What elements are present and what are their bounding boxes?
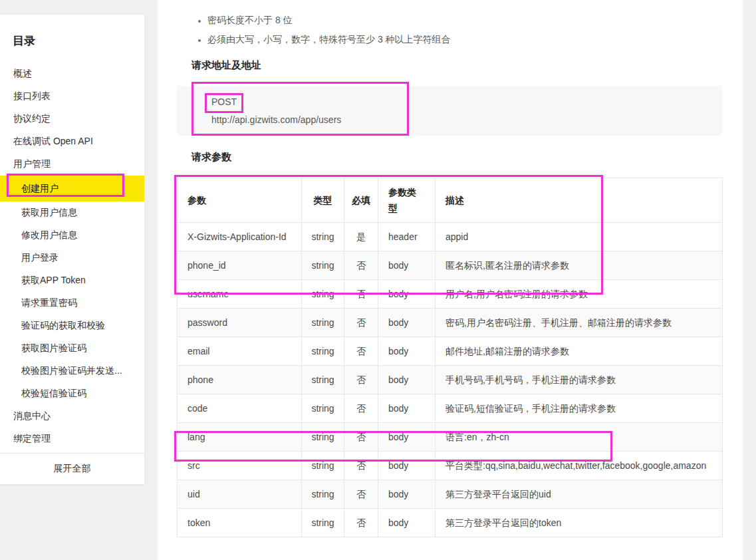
sidebar-item-label: 用户管理 xyxy=(13,158,51,170)
sidebar-item-label: 在线调试 Open API xyxy=(13,136,93,148)
table-row: phonestring否body手机号码,手机号码，手机注册的请求参数 xyxy=(178,366,723,394)
param-type-cell: string xyxy=(302,251,344,280)
param-name-cell: token xyxy=(178,509,302,537)
param-type-cell: string xyxy=(302,337,344,366)
param-location-cell: body xyxy=(378,337,436,366)
param-name-cell: phone xyxy=(178,366,302,394)
sidebar-item-label: 校验图片验证码并发送... xyxy=(21,365,122,377)
param-name-cell: email xyxy=(178,337,302,366)
param-name-cell: uid xyxy=(178,480,302,509)
sidebar-item-label: 修改用户信息 xyxy=(21,229,77,241)
table-row: codestring否body验证码,短信验证码，手机注册的请求参数 xyxy=(178,394,723,423)
param-required-cell: 否 xyxy=(344,394,378,423)
param-name-cell: username xyxy=(178,280,302,309)
param-required-cell: 否 xyxy=(344,452,378,480)
sidebar-item[interactable]: 用户管理 xyxy=(0,153,144,176)
sidebar-nav: 概述接口列表协议约定在线调试 Open API用户管理创建用户获取用户信息修改用… xyxy=(0,63,144,450)
table-row: uidstring否body第三方登录平台返回的uid xyxy=(178,480,723,509)
param-name-cell: password xyxy=(178,309,302,337)
sidebar-item[interactable]: 校验短信验证码 xyxy=(0,382,144,405)
param-desc-cell: 验证码,短信验证码，手机注册的请求参数 xyxy=(436,394,723,423)
param-required-cell: 否 xyxy=(344,251,378,280)
sidebar-item[interactable]: 接口列表 xyxy=(0,85,144,108)
sidebar-item[interactable]: 用户登录 xyxy=(0,247,144,269)
param-name-cell: code xyxy=(178,394,302,423)
password-rule-item: 必须由大写，小写，数字，特殊符号至少 3 种以上字符组合 xyxy=(207,30,722,49)
param-desc-cell: 密码,用户名密码注册、手机注册、邮箱注册的请求参数 xyxy=(436,309,723,337)
param-desc-cell: 邮件地址,邮箱注册的请求参数 xyxy=(436,337,723,366)
sidebar-item[interactable]: 获取图片验证码 xyxy=(0,337,144,360)
sidebar-item[interactable]: 在线调试 Open API xyxy=(0,130,144,153)
param-desc-cell: 手机号码,手机号码，手机注册的请求参数 xyxy=(436,366,723,394)
request-params-heading: 请求参数 xyxy=(191,150,722,163)
sidebar-item-label: 获取图片验证码 xyxy=(21,343,86,354)
param-location-cell: body xyxy=(378,251,436,280)
sidebar-item-label: 用户登录 xyxy=(21,252,59,264)
sidebar-item[interactable]: 绑定管理 xyxy=(0,428,144,450)
param-required-cell: 否 xyxy=(344,337,378,366)
sidebar-item[interactable]: 修改用户信息 xyxy=(0,224,144,247)
param-type-cell: string xyxy=(302,480,344,509)
param-desc-cell: 第三方登录平台返回的token xyxy=(436,509,723,537)
param-type-cell: string xyxy=(302,366,344,394)
param-location-cell: body xyxy=(378,423,436,452)
param-desc-cell: 匿名标识,匿名注册的请求参数 xyxy=(436,251,723,280)
param-name-cell: src xyxy=(178,452,302,480)
sidebar-item-active[interactable]: 创建用户 xyxy=(0,176,144,202)
param-location-cell: body xyxy=(378,452,436,480)
request-url-block: POST http://api.gizwits.com/app/users xyxy=(177,86,722,136)
params-table-body: X-Gizwits-Application-Idstring是headerapp… xyxy=(178,223,723,537)
params-table-header-cell: 必填 xyxy=(344,178,378,223)
sidebar-item[interactable]: 概述 xyxy=(0,63,144,85)
params-table: 参数类型必填参数类型描述 X-Gizwits-Application-Idstr… xyxy=(177,178,723,537)
sidebar-item-label: 协议约定 xyxy=(13,113,51,125)
sidebar-item[interactable]: 验证码的获取和校验 xyxy=(0,315,144,337)
param-type-cell: string xyxy=(302,394,344,423)
sidebar-item[interactable]: 获取用户信息 xyxy=(0,202,144,224)
param-location-cell: body xyxy=(378,480,436,509)
request-url-text: http://api.gizwits.com/app/users xyxy=(211,111,722,129)
sidebar-item[interactable]: 请求重置密码 xyxy=(0,292,144,315)
doc-content-panel: 密码长度不小于 8 位必须由大写，小写，数字，特殊符号至少 3 种以上字符组合 … xyxy=(158,0,743,560)
request-url-heading: 请求地址及地址 xyxy=(191,59,722,71)
sidebar-item[interactable]: 获取APP Token xyxy=(0,269,144,292)
param-location-cell: body xyxy=(378,509,436,537)
sidebar-item[interactable]: 校验图片验证码并发送... xyxy=(0,360,144,382)
sidebar-item[interactable]: 消息中心 xyxy=(0,405,144,428)
param-required-cell: 否 xyxy=(344,280,378,309)
param-desc-cell: 第三方登录平台返回的uid xyxy=(436,480,723,509)
param-desc-cell: 用户名,用户名密码注册的请求参数 xyxy=(436,280,723,309)
param-name-cell: lang xyxy=(178,423,302,452)
table-row: langstring否body语言:en，zh-cn xyxy=(178,423,723,452)
sidebar-item-label: 请求重置密码 xyxy=(21,297,77,309)
param-type-cell: string xyxy=(302,280,344,309)
table-row: emailstring否body邮件地址,邮箱注册的请求参数 xyxy=(178,337,723,366)
table-row: phone_idstring否body匿名标识,匿名注册的请求参数 xyxy=(178,251,723,280)
sidebar-item-label: 校验短信验证码 xyxy=(21,388,86,400)
params-table-header-cell: 描述 xyxy=(436,178,723,223)
sidebar-item[interactable]: 协议约定 xyxy=(0,108,144,130)
param-location-cell: body xyxy=(378,309,436,337)
sidebar-item-label: 绑定管理 xyxy=(13,433,51,445)
params-table-header-cell: 参数 xyxy=(178,178,302,223)
params-table-header-row: 参数类型必填参数类型描述 xyxy=(178,178,723,223)
sidebar-item-label: 概述 xyxy=(13,68,32,80)
param-desc-cell: 平台类型:qq,sina,baidu,wechat,twitter,facebo… xyxy=(436,452,723,480)
param-required-cell: 否 xyxy=(344,509,378,537)
sidebar-item-label: 创建用户 xyxy=(21,183,59,195)
table-row: X-Gizwits-Application-Idstring是headerapp… xyxy=(178,223,723,251)
expand-all-button[interactable]: 展开全部 xyxy=(0,453,144,484)
toc-title: 目录 xyxy=(13,35,144,48)
params-table-header-cell: 参数类型 xyxy=(378,178,436,223)
http-method-label: POST xyxy=(211,93,722,111)
param-type-cell: string xyxy=(302,309,344,337)
param-required-cell: 否 xyxy=(344,366,378,394)
password-rules-list: 密码长度不小于 8 位必须由大写，小写，数字，特殊符号至少 3 种以上字符组合 xyxy=(177,11,722,49)
param-type-cell: string xyxy=(302,423,344,452)
param-required-cell: 是 xyxy=(344,223,378,251)
sidebar-item-label: 获取APP Token xyxy=(21,275,86,287)
param-desc-cell: appid xyxy=(436,223,723,251)
param-location-cell: body xyxy=(378,280,436,309)
params-table-head: 参数类型必填参数类型描述 xyxy=(178,178,723,223)
password-rule-item: 密码长度不小于 8 位 xyxy=(207,11,722,30)
